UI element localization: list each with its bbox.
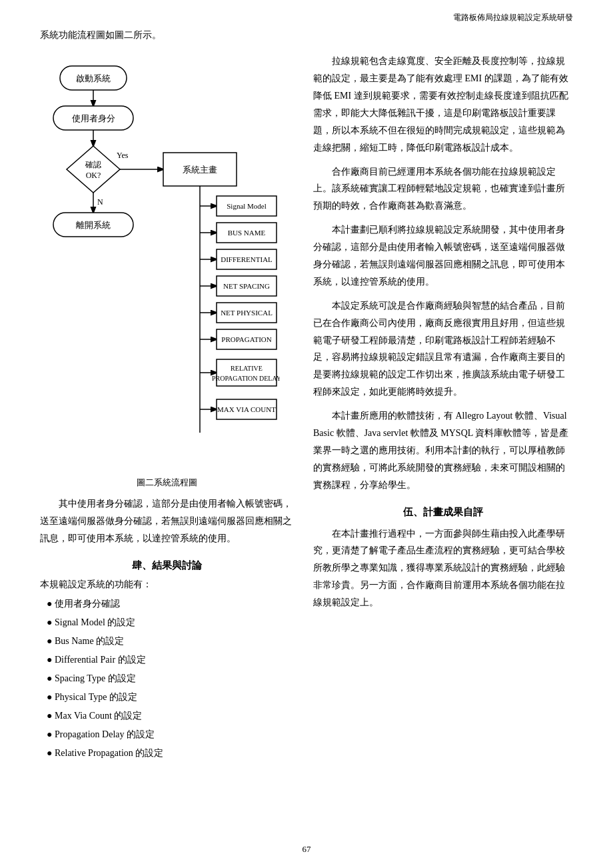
svg-text:確認: 確認: [85, 160, 101, 169]
list-item: Max Via Count 的設定: [47, 707, 293, 725]
right-para3: 本計畫劃已順利將拉線規範設定系統開發，其中使用者身分確認，這部分是由使用者輸入帳…: [313, 221, 573, 291]
right-para1: 拉線規範包含走線寬度、安全距離及長度控制等，拉線規範的設定，最主要是為了能有效處…: [313, 53, 573, 156]
svg-text:Signal Model: Signal Model: [227, 202, 267, 210]
svg-text:系統主畫: 系統主畫: [183, 165, 217, 175]
feature-list: 使用者身分確認 Signal Model 的設定 Bus Name 的設定 Di…: [40, 595, 293, 763]
svg-text:MAX VIA COUNT: MAX VIA COUNT: [217, 405, 276, 413]
section5-para1: 在本計畫推行過程中，一方面參與師生藉由投入此產學研究，更清楚了解電子產品生產流程…: [313, 525, 573, 611]
left-column: 啟動系統 使用者身分 Yes 確認 OK?: [40, 53, 293, 763]
svg-text:NET SPACING: NET SPACING: [223, 282, 270, 290]
page-number: 67: [303, 844, 311, 855]
svg-marker-7: [67, 146, 120, 193]
header-title: 電路板佈局拉線規範設定系統研發: [453, 13, 573, 22]
svg-text:DIFFERENTIAL: DIFFERENTIAL: [221, 255, 273, 263]
right-para2: 合作廠商目前已經運用本系統各個功能在拉線規範設定上。該系統確實讓工程師輕鬆地設定…: [313, 163, 573, 215]
svg-text:Yes: Yes: [117, 151, 129, 160]
right-para5: 本計畫所應用的軟體技術，有 Allegro Layout 軟體、Visual B…: [313, 407, 573, 493]
svg-text:離開系統: 離開系統: [76, 220, 111, 230]
list-item: Differential Pair 的設定: [47, 651, 293, 669]
left-body-para1: 其中使用者身分確認，這部分是由使用者輸入帳號密碼，送至遠端伺服器做身分確認，若無…: [40, 495, 293, 547]
svg-text:RELATIVE: RELATIVE: [231, 365, 263, 372]
list-item: Spacing Type 的設定: [47, 669, 293, 688]
svg-text:N: N: [97, 197, 103, 207]
flowchart: 啟動系統 使用者身分 Yes 確認 OK?: [40, 59, 280, 473]
svg-text:啟動系統: 啟動系統: [76, 73, 111, 83]
svg-text:OK?: OK?: [86, 171, 101, 180]
list-item: Relative Propagation 的設定: [47, 744, 293, 763]
list-item: Physical Type 的設定: [47, 688, 293, 707]
svg-text:PROPAGATION: PROPAGATION: [221, 335, 271, 343]
intro-text: 系統功能流程圖如圖二所示。: [40, 27, 573, 43]
right-column: 拉線規範包含走線寬度、安全距離及長度控制等，拉線規範的設定，最主要是為了能有效處…: [313, 53, 573, 763]
svg-text:NET PHYSICAL: NET PHYSICAL: [221, 309, 273, 317]
section3-title: 肆、結果與討論: [40, 559, 293, 572]
svg-text:使用者身分: 使用者身分: [72, 113, 115, 123]
list-item: Propagation Delay 的設定: [47, 725, 293, 744]
two-col-layout: 啟動系統 使用者身分 Yes 確認 OK?: [40, 53, 573, 763]
svg-text:BUS NAME: BUS NAME: [228, 229, 266, 237]
flowchart-svg: 啟動系統 使用者身分 Yes 確認 OK?: [40, 59, 280, 466]
section5-title: 伍、計畫成果自評: [313, 506, 573, 519]
svg-rect-38: [217, 359, 277, 386]
list-item: 使用者身分確認: [47, 595, 293, 613]
right-para4: 本設定系統可說是合作廠商經驗與智慧的結合產品，目前已在合作廠商公司內使用，廠商反…: [313, 297, 573, 401]
flowchart-caption: 圖二系統流程圖: [40, 477, 293, 489]
feature-title: 本規範設定系統的功能有：: [40, 579, 293, 591]
list-item: Signal Model 的設定: [47, 613, 293, 632]
list-item: Bus Name 的設定: [47, 632, 293, 651]
svg-text:PROPAGATION DELAY: PROPAGATION DELAY: [212, 375, 280, 382]
page: 電路板佈局拉線規範設定系統研發 系統功能流程圖如圖二所示。 啟動系統 使用者身分: [0, 0, 613, 868]
page-header: 電路板佈局拉線規範設定系統研發: [453, 12, 573, 23]
